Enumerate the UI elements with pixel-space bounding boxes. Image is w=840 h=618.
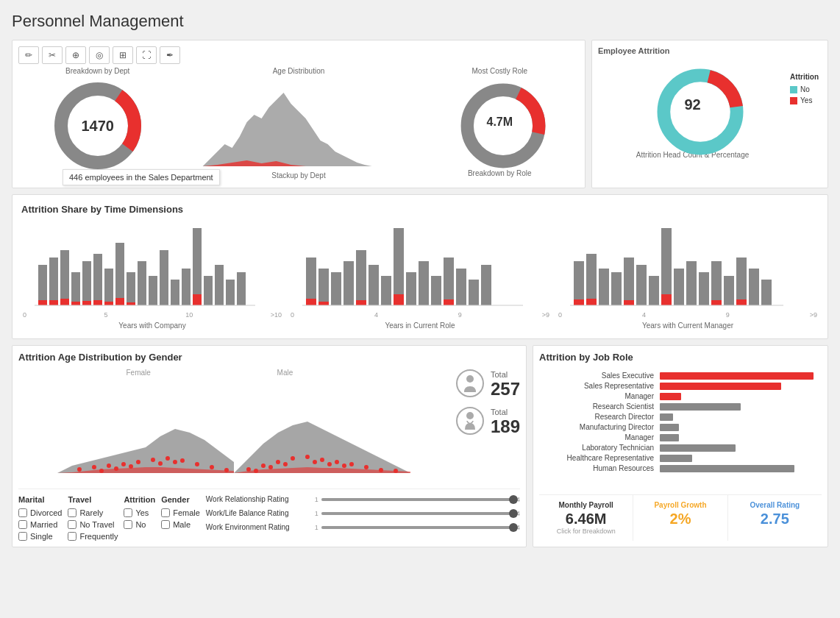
job-role-bar <box>660 383 781 390</box>
svg-rect-19 <box>127 272 135 305</box>
payroll-growth-box[interactable]: Payroll Growth 2% <box>633 495 727 541</box>
svg-rect-28 <box>226 280 235 305</box>
costly-title: Most Costly Role <box>421 67 579 75</box>
work-life-slider-row: Work/Life Balance Rating 1 4 <box>206 509 520 517</box>
work-life-label: Work/Life Balance Rating <box>206 509 309 517</box>
svg-rect-22 <box>160 250 168 305</box>
job-role-name: Manufacturing Director <box>539 423 657 431</box>
svg-rect-35 <box>93 300 102 305</box>
job-role-bar <box>660 403 741 411</box>
svg-point-100 <box>158 461 163 466</box>
svg-rect-45 <box>356 250 366 305</box>
job-role-bar-wrap <box>660 383 822 390</box>
svg-rect-26 <box>204 276 213 305</box>
svg-rect-62 <box>574 261 584 305</box>
toolbar-edit[interactable]: ✏ <box>18 46 39 64</box>
monthly-payroll-sub: Click for Breakdown <box>542 528 630 535</box>
no-travel-checkbox[interactable] <box>68 520 76 529</box>
slider-min-1: 1 <box>315 496 318 503</box>
svg-rect-50 <box>419 261 429 305</box>
divorced-checkbox[interactable] <box>18 508 27 517</box>
svg-rect-12 <box>49 258 58 305</box>
overall-rating-box[interactable]: Overall Rating 2.75 <box>728 495 822 541</box>
work-env-label: Work Environment Rating <box>206 523 309 531</box>
svg-point-123 <box>466 375 474 383</box>
svg-point-107 <box>305 455 310 459</box>
tooltip-box: 446 employees in the Sales Department <box>63 169 220 185</box>
svg-rect-11 <box>38 265 47 305</box>
job-role-item: Laboratory Technician <box>539 444 822 452</box>
slider-thumb-3[interactable] <box>509 523 518 532</box>
yes-checkbox[interactable] <box>124 508 132 517</box>
legend-title: Attrition <box>790 73 819 81</box>
svg-rect-20 <box>138 261 146 305</box>
svg-marker-3 <box>203 93 394 166</box>
years-company-chart[interactable]: 0 5 10 >10 Years with Company <box>21 221 283 330</box>
male-checkbox[interactable] <box>161 520 170 529</box>
slider-thumb-1[interactable] <box>509 495 518 504</box>
slider-track-1[interactable] <box>321 498 513 501</box>
toolbar-grid[interactable]: ⊞ <box>113 46 133 64</box>
job-role-bar <box>660 372 814 380</box>
toolbar-expand[interactable]: ⛶ <box>136 46 157 64</box>
svg-point-89 <box>121 462 126 466</box>
years-company-label: Years with Company <box>21 322 283 330</box>
slider-fill-2 <box>321 512 513 515</box>
headcount-value: 1470 <box>81 118 114 135</box>
female-total-box: Total 189 <box>491 408 520 437</box>
attrition-filter: Attrition Yes No <box>124 495 155 541</box>
attrition-donut-wrap[interactable]: 92 Attrition Head Count & Percentage <box>598 58 787 159</box>
svg-marker-102 <box>234 422 410 473</box>
job-role-item: Healthcare Representative <box>539 454 822 462</box>
married-label: Married <box>30 520 57 529</box>
slider-track-2[interactable] <box>321 512 513 515</box>
job-role-item: Manager <box>539 433 822 441</box>
job-role-name: Manager <box>539 392 657 400</box>
svg-rect-38 <box>127 302 135 305</box>
years-manager-chart[interactable]: 0 4 9 >9 Years with Current Manager <box>557 221 819 330</box>
married-checkbox[interactable] <box>18 520 27 529</box>
toolbar-pen[interactable]: ✒ <box>160 46 180 64</box>
payroll-row: Monthly Payroll 6.46M Click for Breakdow… <box>539 494 822 541</box>
svg-rect-24 <box>182 269 191 305</box>
attrition-filter-title: Attrition <box>124 495 155 504</box>
svg-rect-27 <box>215 265 224 305</box>
job-role-bar <box>660 444 736 452</box>
age-distribution-chart[interactable]: Age Distribution Stackup by Dept <box>179 67 417 180</box>
toolbar-zoom[interactable]: ⊕ <box>65 46 86 64</box>
toolbar: ✏ ✂ ⊕ ◎ ⊞ ⛶ ✒ <box>18 46 579 64</box>
svg-point-86 <box>77 467 82 472</box>
svg-point-101 <box>173 460 177 464</box>
attrition-value: 92 <box>684 96 700 113</box>
male-icon <box>455 369 485 400</box>
no-checkbox[interactable] <box>124 520 132 529</box>
svg-rect-56 <box>306 299 316 305</box>
legend-no-label: No <box>800 85 810 93</box>
svg-rect-37 <box>115 298 124 305</box>
female-checkbox[interactable] <box>161 508 170 517</box>
svg-point-87 <box>92 465 96 469</box>
years-role-chart[interactable]: 0 4 9 >9 Years in Current Role <box>289 221 551 330</box>
svg-rect-48 <box>394 228 404 305</box>
male-filter-label: Male <box>173 520 191 529</box>
costly-role-chart[interactable]: Most Costly Role 4.7M Breakdown by Role <box>421 67 579 177</box>
total-headcount-chart[interactable]: Breakdown by Dept 1470 446 employees in … <box>18 67 177 182</box>
divorced-item: Divorced <box>18 508 62 517</box>
slider-thumb-2[interactable] <box>509 509 518 518</box>
svg-rect-70 <box>674 269 684 305</box>
monthly-payroll-box[interactable]: Monthly Payroll 6.46M Click for Breakdow… <box>539 495 633 541</box>
single-checkbox[interactable] <box>18 532 27 541</box>
slider-track-3[interactable] <box>321 526 513 529</box>
toolbar-cut[interactable]: ✂ <box>42 46 63 64</box>
frequently-label: Frequently <box>79 532 118 541</box>
svg-rect-23 <box>171 280 179 305</box>
job-role-bar <box>660 434 679 441</box>
frequently-checkbox[interactable] <box>68 532 76 541</box>
job-role-item: Research Director <box>539 413 822 421</box>
toolbar-eye[interactable]: ◎ <box>89 46 110 64</box>
rarely-checkbox[interactable] <box>68 508 76 517</box>
svg-rect-72 <box>699 272 709 305</box>
job-role-card: Attrition by Job Role Sales Executive Sa… <box>533 345 828 547</box>
svg-rect-65 <box>611 272 622 305</box>
legend-yes-color <box>790 97 797 104</box>
